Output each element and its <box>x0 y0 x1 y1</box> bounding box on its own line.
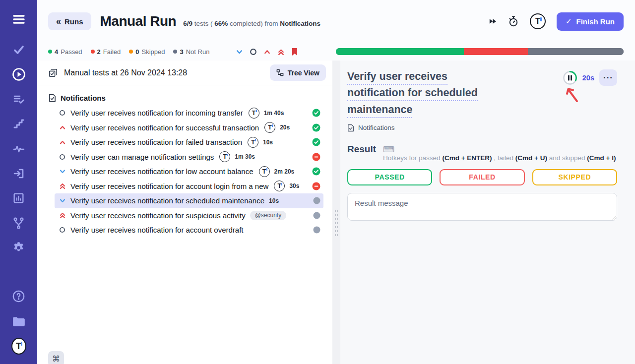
automation-logo-icon: T <box>249 108 259 119</box>
hotkeys-hint: ⌨ Hotkeys for passed (Cmd + ENTER) , fai… <box>383 145 617 162</box>
bookmark-icon[interactable] <box>291 48 298 56</box>
settings-icon[interactable] <box>11 241 26 255</box>
test-title: Verify user receives notification for ac… <box>70 182 268 190</box>
text-segment: and skipped <box>547 154 587 162</box>
highest-priority-icon <box>59 182 66 190</box>
summary-count: 0 <box>135 48 139 56</box>
run-progress-bar <box>336 48 624 55</box>
detail-breadcrumb[interactable]: Notifications <box>347 124 617 132</box>
chevron-up-filter-icon[interactable] <box>263 48 271 56</box>
passed-verdict-button[interactable]: PASSED <box>347 169 432 185</box>
topbar: « Runs Manual Run 6/9 tests ( 66% comple… <box>37 0 635 43</box>
status-dot-icon <box>129 50 133 54</box>
text-segment: 66% <box>214 20 228 27</box>
test-row[interactable]: Verify user receives notification for sc… <box>55 193 323 208</box>
suite-group-row[interactable]: Notifications <box>37 90 332 106</box>
fast-forward-icon[interactable] <box>489 17 497 25</box>
automation-logo-icon: T <box>248 137 258 148</box>
steps-icon[interactable] <box>11 117 26 131</box>
tree-view-icon <box>276 69 284 76</box>
projects-icon[interactable] <box>11 314 26 328</box>
chevron-down-filter-icon[interactable] <box>236 48 243 56</box>
test-tag-badge[interactable]: @security <box>250 211 287 220</box>
logo-icon[interactable]: T <box>11 339 26 354</box>
test-duration: 1m 30s <box>235 153 255 160</box>
high-priority-icon <box>59 139 66 146</box>
status-dot-icon <box>91 50 95 54</box>
chevrons-up-filter-icon[interactable] <box>277 48 285 56</box>
resize-grip-icon <box>334 209 338 238</box>
help-icon[interactable] <box>11 289 26 303</box>
test-row[interactable]: Verify user can manage notification sett… <box>55 150 323 165</box>
summary-count: 2 <box>97 48 101 56</box>
summary-skipped: 0Skipped <box>129 48 165 56</box>
test-title: Verify user receives notification for ac… <box>70 226 244 234</box>
notrun-status-icon <box>313 212 320 219</box>
back-to-runs-button[interactable]: « Runs <box>48 12 91 30</box>
sidebar: T <box>0 0 37 364</box>
test-plans-icon[interactable] <box>11 92 26 106</box>
test-row[interactable]: Verify user receives notification for su… <box>55 208 323 223</box>
passed-status-icon <box>312 123 320 132</box>
progress-segment <box>528 48 624 55</box>
more-options-button[interactable]: ··· <box>599 69 617 86</box>
stopwatch-icon[interactable] <box>508 15 519 27</box>
passed-status-icon <box>312 167 320 176</box>
tree-view-label: Tree View <box>288 69 319 77</box>
test-duration: 30s <box>289 182 299 189</box>
finish-run-button[interactable]: ✓ Finish Run <box>557 12 624 31</box>
runs-icon[interactable] <box>11 67 26 81</box>
status-dot-icon <box>173 50 177 54</box>
test-list-header: Manual tests at 26 Nov 2024 13:28 Tree V… <box>37 61 332 85</box>
pause-timer-button[interactable] <box>563 70 577 85</box>
result-header: Result ⌨ Hotkeys for passed (Cmd + ENTER… <box>347 144 617 162</box>
result-heading: Result <box>347 144 376 155</box>
failed-status-icon <box>312 153 320 161</box>
import-icon[interactable] <box>11 166 26 181</box>
tree-view-button[interactable]: Tree View <box>270 64 326 81</box>
low-priority-icon <box>59 197 66 204</box>
summary-count: 4 <box>55 48 58 56</box>
run-timestamp-title: Manual tests at 26 Nov 2024 13:28 <box>64 68 187 77</box>
test-row[interactable]: Verify user receives notification for fa… <box>55 135 323 150</box>
app-root: T « Runs Manual Run 6/9 tests ( 66% comp… <box>0 0 635 364</box>
brand-logo-icon[interactable]: T <box>530 13 546 29</box>
test-detail-title: Verify user receives notification for sc… <box>347 68 493 118</box>
topbar-actions: T ✓ Finish Run <box>489 12 624 31</box>
analytics-icon[interactable] <box>11 191 26 205</box>
skipped-verdict-button[interactable]: SKIPPED <box>532 169 617 185</box>
test-row[interactable]: Verify user receives notification for ac… <box>55 179 323 194</box>
keyboard-icon: ⌨ <box>383 145 394 154</box>
menu-icon[interactable] <box>11 12 26 26</box>
text-segment: (Cmd + I) <box>587 154 616 162</box>
text-segment: 6/9 <box>183 20 192 27</box>
text-segment: (Cmd + U) <box>515 154 547 162</box>
test-rows: Verify user receives notification for in… <box>37 106 332 238</box>
text-segment: , failed <box>492 154 515 162</box>
progress-segment <box>464 48 528 55</box>
status-bar: 4Passed2Failed0Skipped3Not Run <box>37 43 635 61</box>
test-row[interactable]: Verify user receives notification for lo… <box>55 164 323 179</box>
failed-verdict-button[interactable]: FAILED <box>440 169 524 185</box>
test-row[interactable]: Verify user receives notification for ac… <box>55 223 323 238</box>
test-duration: 10s <box>263 139 273 146</box>
circle-filter-icon[interactable] <box>250 48 257 56</box>
command-key-badge[interactable]: ⌘ <box>48 351 64 364</box>
none-priority-icon <box>59 110 66 116</box>
automation-logo-icon: T <box>264 122 275 133</box>
check-icon: ✓ <box>566 17 572 26</box>
breadcrumb-label: Notifications <box>358 124 395 131</box>
test-row[interactable]: Verify user receives notification for in… <box>55 106 323 121</box>
priority-filter-icons <box>236 48 298 56</box>
tests-icon[interactable] <box>11 42 26 57</box>
failed-status-icon <box>312 182 320 190</box>
detail-controls: 20s ··· <box>563 69 617 86</box>
branches-icon[interactable] <box>11 216 26 230</box>
test-title: Verify user receives notification for fa… <box>70 138 242 146</box>
test-row[interactable]: Verify user receives notification for su… <box>55 121 323 135</box>
pulse-icon[interactable] <box>11 141 26 156</box>
result-message-input[interactable] <box>347 193 617 221</box>
test-title: Verify user can manage notification sett… <box>70 153 214 161</box>
back-to-runs-label: Runs <box>64 17 83 26</box>
pane-resize-handle[interactable] <box>332 61 340 364</box>
